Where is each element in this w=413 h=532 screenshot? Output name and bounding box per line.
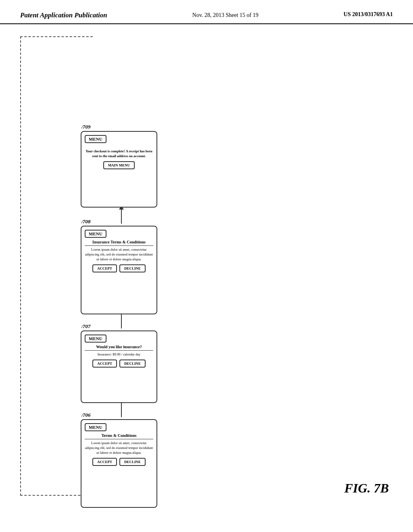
screen-709-container: /709 MENU Your checkout is complete! A r… [81,131,157,208]
screen-707-menu-badge: MENU [85,335,106,343]
screen-708-accept-btn[interactable]: ACCEPT [92,264,117,272]
screen-706-container: /706 MENU Terms & Conditions Lorem ipsum… [81,419,157,508]
screen-706-decline-btn[interactable]: DECLINE [119,458,146,466]
publication-title: Patent Application Publication [20,11,107,19]
screen-709-main-menu-btn[interactable]: MAIN MENU [103,161,135,169]
screen-707-buttons: ACCEPT DECLINE [85,360,153,368]
arrow-line-2 [121,314,122,328]
screen-708-title: Insurance Terms & Conditions [85,240,153,246]
fig-label: FIG. 7B [344,481,389,496]
screen-708-buttons: ACCEPT DECLINE [85,264,153,272]
arrow-708-709 [119,206,124,224]
page-header: Patent Application Publication Nov. 28, … [0,0,413,24]
screen-709-text: Your checkout is complete! A receipt has… [85,149,153,159]
arrow-line-1 [121,403,122,417]
screen-706-menu-badge: MENU [85,423,106,431]
screen-707-container: /707 MENU Would you like insurance? Insu… [81,330,157,403]
screen-706-label: /706 [81,412,91,418]
screen-706: MENU Terms & Conditions Lorem ipsum dolo… [81,419,157,508]
screen-707-text: Insurance: $9.00 / calendar day [85,352,153,357]
screen-709-menu-badge: MENU [85,135,106,143]
screen-708-decline-btn[interactable]: DECLINE [119,264,146,272]
sheet-info: Nov. 28, 2013 Sheet 15 of 19 [192,11,259,19]
screen-706-accept-btn[interactable]: ACCEPT [92,458,117,466]
screen-709: MENU Your checkout is complete! A receip… [81,131,157,208]
screen-706-buttons: ACCEPT DECLINE [85,458,153,466]
screen-708-container: /708 MENU Insurance Terms & Conditions L… [81,226,157,314]
screen-706-title: Terms & Conditions [85,433,153,439]
screen-707-decline-btn[interactable]: DECLINE [119,360,146,368]
screen-709-buttons: MAIN MENU [85,161,153,169]
diagram-area: /706 MENU Terms & Conditions Lorem ipsum… [81,36,383,520]
main-content: /706 MENU Terms & Conditions Lorem ipsum… [0,24,413,528]
screen-707-title: Would you like insurance? [85,345,153,351]
screen-707: MENU Would you like insurance? Insurance… [81,330,157,403]
patent-number: US 2013/0317693 A1 [344,11,393,18]
screen-708-text: Lorem ipsum dolor sit amet, consectetur … [85,247,153,262]
screen-706-text: Lorem ipsum dolor sit amet, consectetur … [85,441,153,455]
screen-707-label: /707 [81,323,91,330]
arrow-line-3 [121,210,122,224]
screen-708-menu-badge: MENU [85,230,106,238]
screen-709-label: /709 [81,124,91,130]
screen-707-accept-btn[interactable]: ACCEPT [92,360,117,368]
screen-708: MENU Insurance Terms & Conditions Lorem … [81,226,157,314]
screen-708-label: /708 [81,218,91,225]
